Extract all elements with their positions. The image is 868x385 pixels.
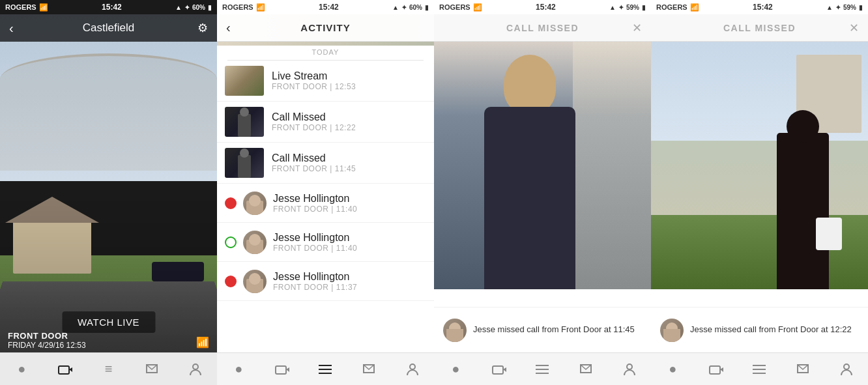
footer-message-2: Jesse missed call from Front Door at 12:… [690, 324, 852, 335]
battery-icon-2: ▮ [425, 4, 429, 11]
call-image-1 [434, 42, 651, 289]
nav-list-3[interactable] [529, 356, 555, 382]
svg-rect-3 [276, 366, 286, 374]
nav-person-3[interactable] [616, 356, 643, 382]
nav-record-3[interactable]: ● [442, 356, 469, 382]
battery-2: ▲ ✦ 60% ▮ [392, 4, 429, 11]
bottom-nav-1: ● ≡ [0, 352, 217, 385]
back-button-1[interactable]: ‹ [9, 21, 14, 36]
nav-camera[interactable] [52, 356, 78, 382]
bottom-nav-2: ● [217, 352, 434, 385]
nav-camera-2[interactable] [269, 356, 295, 382]
nav-list-2[interactable] [312, 356, 338, 382]
nav-list[interactable]: ≡ [95, 356, 121, 382]
carrier-2: ROGERS 📶 [222, 3, 265, 12]
nav-person-2[interactable] [399, 356, 426, 382]
footer-message-1: Jesse missed call from Front Door at 11:… [473, 324, 635, 335]
call-image-2 [651, 42, 868, 289]
bluetooth-icon-3: ✦ [618, 4, 624, 11]
activity-sub-4: FRONT DOOR | 11:40 [273, 244, 426, 253]
activity-title: ACTIVITY [300, 22, 350, 33]
person-photo-1 [434, 42, 651, 289]
camera-label: FRONT DOOR FRIDAY 4/29/16 12:53 [8, 331, 86, 350]
svg-rect-9 [493, 366, 503, 374]
door-date: FRIDAY 4/29/16 12:53 [8, 341, 86, 350]
avatar-4 [243, 231, 267, 254]
bluetooth-icon-2: ✦ [401, 4, 407, 11]
nav-message-4[interactable] [790, 356, 816, 382]
close-button-1[interactable]: ✕ [632, 21, 642, 35]
nav-list-4[interactable] [746, 356, 772, 382]
footer-avatar-1 [443, 319, 467, 342]
svg-rect-11 [536, 365, 549, 366]
activity-text-2: Call Missed FRONT DOOR | 11:45 [272, 152, 426, 173]
status-bar-4: ROGERS 📶 15:42 ▲ ✦ 59% ▮ [651, 0, 868, 14]
time-3: 15:42 [536, 3, 556, 12]
svg-rect-5 [319, 365, 332, 366]
call-footer-1: Jesse missed call from Front Door at 11:… [434, 307, 651, 352]
activity-text-5: Jesse Hollington FRONT DOOR | 11:37 [273, 271, 426, 292]
close-button-2[interactable]: ✕ [849, 21, 859, 35]
nav-record[interactable]: ● [8, 356, 35, 382]
list-item[interactable]: Call Missed FRONT DOOR | 12:22 [217, 102, 434, 143]
activity-type-2: Call Missed [272, 152, 426, 164]
activity-text-4: Jesse Hollington FRONT DOOR | 11:40 [273, 232, 426, 253]
list-item[interactable]: Jesse Hollington FRONT DOOR | 11:40 [217, 223, 434, 262]
location-icon-3: ▲ [609, 4, 616, 11]
location-icon: ▲ [175, 4, 182, 11]
location-icon-2: ▲ [392, 4, 399, 11]
list-item[interactable]: Jesse Hollington FRONT DOOR | 11:40 [217, 184, 434, 223]
activity-sub-3: FRONT DOOR | 11:40 [273, 205, 426, 214]
svg-rect-17 [753, 365, 766, 366]
door-name: FRONT DOOR [8, 331, 86, 341]
nav-camera-3[interactable] [486, 356, 512, 382]
battery-1: ▲ ✦ 60% ▮ [175, 4, 212, 11]
nav-camera-4[interactable] [703, 356, 729, 382]
nav-record-4[interactable]: ● [659, 356, 686, 382]
avatar-3 [243, 192, 267, 215]
nav-person[interactable] [182, 356, 209, 382]
time-2: 15:42 [319, 3, 339, 12]
svg-rect-7 [319, 373, 332, 374]
live-header: ‹ Castlefield ⚙ [0, 14, 217, 42]
nav-record-2[interactable]: ● [225, 356, 252, 382]
activity-sub-5: FRONT DOOR | 11:37 [273, 283, 426, 292]
battery-icon-3: ▮ [642, 4, 646, 11]
back-button-2[interactable]: ‹ [226, 20, 231, 35]
live-title: Castlefield [83, 21, 134, 35]
nav-person-4[interactable] [833, 356, 860, 382]
nav-message-3[interactable] [573, 356, 599, 382]
battery-icon-4: ▮ [859, 4, 863, 11]
activity-list: TODAY Live Stream FRONT DOOR | 12:53 Cal… [217, 42, 434, 352]
svg-rect-13 [536, 373, 549, 374]
list-item[interactable]: Call Missed FRONT DOOR | 11:45 [217, 143, 434, 184]
list-item[interactable]: Live Stream FRONT DOOR | 12:53 [217, 61, 434, 102]
avatar-5 [243, 270, 267, 293]
bluetooth-icon-4: ✦ [835, 4, 841, 11]
svg-rect-18 [753, 369, 766, 370]
svg-point-2 [193, 364, 198, 369]
nav-message-2[interactable] [356, 356, 382, 382]
location-icon-4: ▲ [826, 4, 833, 11]
nav-message[interactable] [139, 356, 165, 382]
battery-3: ▲ ✦ 59% ▮ [609, 4, 646, 11]
settings-button[interactable]: ⚙ [197, 21, 208, 35]
activity-thumb-0 [225, 66, 264, 96]
svg-point-8 [410, 364, 415, 369]
watch-live-button[interactable]: WATCH LIVE [62, 311, 155, 333]
panel-call-missed-2: ROGERS 📶 15:42 ▲ ✦ 59% ▮ CALL MISSED ✕ J… [651, 0, 868, 385]
svg-rect-6 [319, 369, 332, 370]
time-1: 15:42 [102, 3, 122, 12]
activity-sub-2: FRONT DOOR | 11:45 [272, 164, 426, 173]
activity-type-1: Call Missed [272, 111, 426, 123]
activity-thumb-2 [225, 148, 264, 178]
status-dot-red-2 [225, 276, 237, 287]
svg-rect-19 [753, 373, 766, 374]
section-today: TODAY [227, 42, 424, 61]
svg-rect-15 [710, 366, 720, 374]
time-4: 15:42 [753, 3, 773, 12]
carrier-3: ROGERS 📶 [439, 3, 482, 12]
carrier-1: ROGERS 📶 [5, 3, 48, 12]
list-item[interactable]: Jesse Hollington FRONT DOOR | 11:37 [217, 262, 434, 301]
signal-icon-4: 📶 [690, 3, 699, 12]
